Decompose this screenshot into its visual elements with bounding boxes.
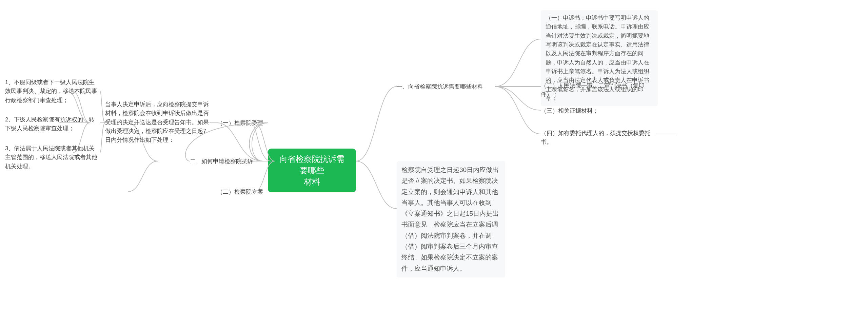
right-branch1-item3[interactable]: （三）相关证据材料； [541,107,658,115]
right-branch-1-label: 一、向省检察院抗诉需要哪些材料 [397,83,483,90]
right-branch1-item4[interactable]: （四）如有委托代理人的，须提交授权委托书。 [541,129,658,147]
left-sub1-label: （一）检察院受理 [217,120,263,126]
left-sub2-label: （二）检察院立案 [217,189,263,195]
right-branch1-item2[interactable]: （二）人民法院一审、二审判决书（复印件）； [541,81,658,99]
center-topic[interactable]: 向省检察院抗诉需要哪些 材料 [268,149,356,192]
right-branch-2[interactable]: 检察院自受理之日起30日内应做出是否立案的决定书。如果检察院决定立案的，则会通知… [397,161,505,277]
right-branch1-item2-text: （二）人民法院一审、二审判决书（复印件）； [541,82,645,98]
left-sub1-item3-text: 3、依法属于人民法院或者其他机关主管范围的，移送人民法院或者其他机关处理。 [5,145,97,170]
right-branch-2-text: 检察院自受理之日起30日内应做出是否立案的决定书。如果检察院决定立案的，则会通知… [401,166,499,272]
right-branch1-item3-text: （三）相关证据材料； [541,108,598,114]
right-branch1-item4-text: （四）如有委托代理人的，须提交授权委托书。 [541,130,650,145]
left-sub1-item2[interactable]: 2、下级人民检察院有抗诉权的，转下级人民检察院审查处理； [5,115,100,133]
right-branch-1[interactable]: 一、向省检察院抗诉需要哪些材料 [397,82,498,91]
left-sub1-intro-text: 当事人决定申诉后，应向检察院提交申诉材料，检察院会在收到申诉状后做出是否受理的决… [105,101,209,143]
left-branch[interactable]: 二、如何申请检察院抗诉 [190,157,264,166]
center-title-line2: 材料 [277,176,347,188]
left-sub2[interactable]: （二）检察院立案 [217,188,268,196]
left-sub1-item2-text: 2、下级人民检察院有抗诉权的，转下级人民检察院审查处理； [5,116,95,132]
left-sub1-intro[interactable]: 当事人决定申诉后，应向检察院提交申诉材料，检察院会在收到申诉状后做出是否受理的决… [105,100,210,145]
left-sub1-item1-text: 1、不服同级或者下一级人民法院生效民事判决、裁定的，移送本院民事行政检察部门审查… [5,79,97,103]
center-title-line1: 向省检察院抗诉需要哪些 [277,153,347,176]
left-sub1[interactable]: （一）检察院受理 [217,119,268,128]
left-sub1-item3[interactable]: 3、依法属于人民法院或者其他机关主管范围的，移送人民法院或者其他机关处理。 [5,144,100,171]
left-sub1-item1[interactable]: 1、不服同级或者下一级人民法院生效民事判决、裁定的，移送本院民事行政检察部门审查… [5,78,100,105]
left-branch-label: 二、如何申请检察院抗诉 [190,158,253,165]
